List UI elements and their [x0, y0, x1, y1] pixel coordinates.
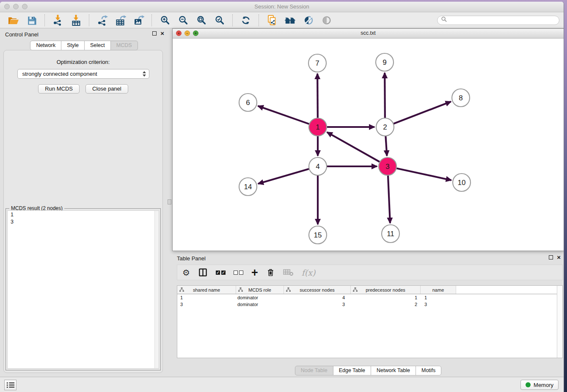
tab-edge-table[interactable]: Edge Table: [333, 366, 371, 375]
zoom-in-button[interactable]: [159, 14, 171, 26]
export-image-button[interactable]: [133, 14, 144, 26]
tab-mcds[interactable]: MCDS: [110, 41, 138, 50]
column-header-MCDS-role[interactable]: MCDS role: [236, 286, 284, 294]
float-panel-icon[interactable]: [549, 255, 553, 259]
graph-edge-3-1[interactable]: [327, 132, 380, 162]
graph-edge-1-6[interactable]: [258, 106, 310, 124]
graph-edge-3-11[interactable]: [388, 175, 390, 223]
table-settings-button[interactable]: ⚙: [182, 267, 190, 278]
table-panel-title: Table Panel: [177, 255, 206, 262]
search-box[interactable]: [437, 16, 559, 25]
graph-node-label-3: 3: [385, 163, 389, 171]
tab-network-table[interactable]: Network Table: [371, 366, 416, 375]
column-header-successor-nodes[interactable]: successor nodes: [284, 286, 351, 294]
table-panel-tabs: Node TableEdge TableNetwork TableMotifs: [172, 366, 564, 375]
open-session-button[interactable]: [8, 14, 19, 26]
minimize-window-button[interactable]: [13, 4, 19, 9]
birds-eye-view-button[interactable]: [321, 14, 332, 26]
search-input[interactable]: [449, 17, 556, 24]
column-header-predecessor-nodes[interactable]: predecessor nodes: [351, 286, 421, 294]
table-cell: 3: [284, 302, 351, 307]
export-network-button[interactable]: [96, 14, 108, 26]
main-toolbar: [0, 12, 564, 28]
graph-node-label-9: 9: [383, 58, 386, 66]
tab-motifs[interactable]: Motifs: [416, 366, 441, 375]
toolbar-separator: [259, 14, 259, 26]
table-scrollbar[interactable]: [557, 286, 562, 358]
memory-status-icon: [526, 382, 531, 387]
table-row[interactable]: 3dominator323: [177, 301, 562, 308]
graph-node-label-15: 15: [314, 231, 322, 239]
clone-network-button[interactable]: [266, 14, 278, 26]
graph-node-label-2: 2: [383, 123, 387, 131]
app-window: Session: New Session Control Panel: [0, 2, 564, 392]
graph-edge-2-3[interactable]: [385, 135, 387, 156]
network-minimize-button[interactable]: −: [184, 30, 190, 36]
graph-edge-1-7[interactable]: [317, 74, 318, 119]
apply-layout-button[interactable]: [240, 14, 251, 26]
close-window-button[interactable]: [4, 4, 10, 9]
table-row[interactable]: 1dominator411: [177, 294, 562, 301]
delete-column-button[interactable]: [266, 267, 275, 278]
optimization-criterion-label: Optimization criterion:: [4, 59, 162, 65]
node-table-header: shared nameMCDS rolesuccessor nodesprede…: [177, 286, 562, 294]
column-header-name[interactable]: name: [421, 286, 456, 294]
hide-graphics-details-button[interactable]: [303, 14, 314, 26]
zoom-out-button[interactable]: [177, 14, 189, 26]
graph-edge-2-9[interactable]: [385, 73, 385, 119]
unselect-all-columns-button[interactable]: [234, 267, 243, 278]
mcds-result-box: MCDS result (2 nodes) 1 3: [6, 208, 161, 370]
graph-node-label-7: 7: [315, 59, 319, 67]
table-cell: 4: [284, 295, 351, 300]
mcds-result-area[interactable]: 1 3: [7, 210, 159, 369]
close-panel-button[interactable]: Close panel: [85, 84, 128, 94]
tab-network[interactable]: Network: [30, 41, 61, 50]
zoom-window-button[interactable]: [22, 4, 28, 9]
memory-button[interactable]: Memory: [520, 380, 559, 390]
network-maximize-button[interactable]: +: [193, 30, 198, 36]
mcds-result-lines: 1 3: [11, 211, 159, 226]
table-cell: 1: [351, 295, 421, 300]
network-canvas[interactable]: 7968124314101511: [173, 39, 564, 251]
function-builder-button-disabled: f(x): [302, 267, 316, 278]
graph-edge-3-10[interactable]: [396, 168, 451, 180]
toolbar-separator: [44, 14, 45, 26]
table-cell: 1: [177, 295, 236, 300]
panel-splitter-grip[interactable]: [168, 199, 171, 204]
zoom-selected-button[interactable]: [214, 14, 225, 26]
save-session-button[interactable]: [26, 14, 37, 26]
control-panel-tabs: NetworkStyleSelectMCDS: [0, 41, 168, 50]
create-column-button[interactable]: +: [251, 267, 258, 278]
export-table-button[interactable]: [115, 14, 126, 26]
import-network-button[interactable]: [52, 14, 63, 26]
graph-edge-4-14[interactable]: [258, 169, 310, 184]
graph-node-label-14: 14: [244, 183, 252, 191]
select-all-columns-button[interactable]: ✓✓: [216, 267, 226, 278]
home-networks-button[interactable]: [284, 14, 296, 26]
network-view-window: × − + scc.txt 7968124314101511: [172, 28, 564, 251]
import-table-button[interactable]: [70, 14, 82, 26]
column-header-shared-name[interactable]: shared name: [177, 286, 236, 294]
tab-node-table[interactable]: Node Table: [295, 366, 333, 375]
close-panel-icon[interactable]: ×: [160, 31, 164, 36]
table-cell: dominator: [236, 295, 284, 300]
node-table: shared nameMCDS rolesuccessor nodesprede…: [177, 285, 563, 358]
table-cell: 3: [177, 302, 236, 307]
graph-node-label-6: 6: [246, 99, 250, 107]
node-table-body: 1dominator4113dominator323: [177, 294, 562, 308]
optimization-criterion-dropdown[interactable]: strongly connected component: [17, 69, 149, 79]
dropdown-stepper-icon: [143, 71, 146, 77]
run-mcds-button[interactable]: Run MCDS: [38, 84, 80, 94]
tab-select[interactable]: Select: [84, 41, 111, 50]
close-panel-icon[interactable]: ×: [557, 255, 561, 260]
tab-style[interactable]: Style: [61, 41, 85, 50]
table-panel-window-buttons: ×: [549, 255, 561, 260]
toolbar-separator: [151, 14, 152, 26]
show-columns-button[interactable]: [198, 267, 208, 278]
zoom-fit-button[interactable]: [195, 14, 207, 26]
float-panel-icon[interactable]: [152, 31, 157, 36]
task-history-button[interactable]: [4, 380, 17, 390]
network-close-button[interactable]: ×: [176, 30, 182, 36]
graph-edge-2-8[interactable]: [393, 102, 451, 124]
result-scrollbar[interactable]: [154, 211, 159, 368]
